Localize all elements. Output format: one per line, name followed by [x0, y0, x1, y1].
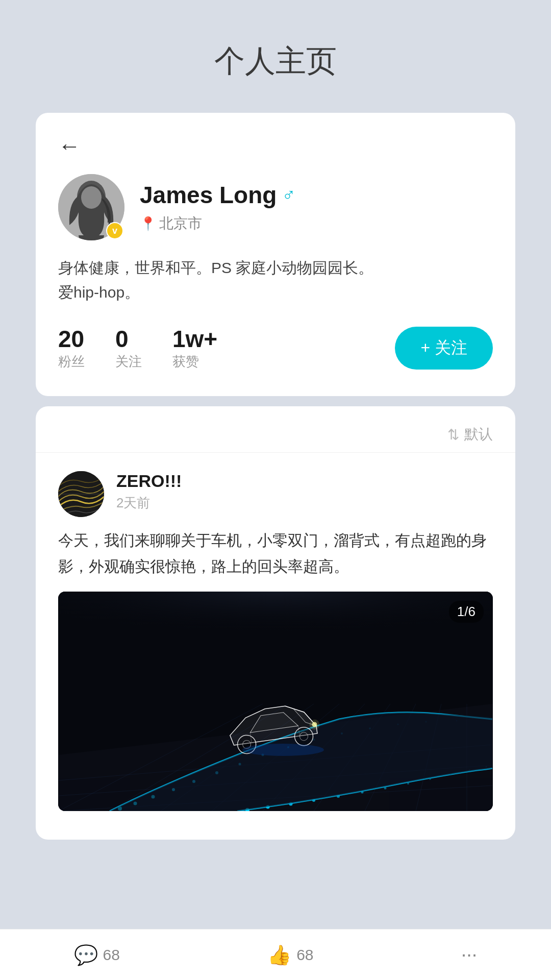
page-title: 个人主页	[214, 41, 337, 82]
sort-bar: ⇅ 默认	[36, 416, 515, 452]
post-meta: ZERO!!! 2天前	[116, 471, 182, 512]
profile-location: 📍 北京市	[140, 214, 295, 233]
post-image[interactable]: 1/6	[58, 592, 493, 811]
stat-likes[interactable]: 1w+ 获赞	[172, 325, 217, 371]
profile-name: James Long ♂	[140, 181, 295, 209]
car-scene-svg	[58, 592, 493, 811]
svg-point-41	[429, 778, 431, 780]
following-count: 0	[115, 325, 129, 353]
image-counter: 1/6	[449, 601, 484, 623]
profile-bio: 身体健康，世界和平。PS 家庭小动物园园长。 爱hip-hop。	[58, 256, 493, 305]
profile-card: ← v	[36, 113, 515, 396]
verified-badge: v	[106, 222, 123, 239]
post-username[interactable]: ZERO!!!	[116, 471, 182, 491]
svg-point-39	[384, 787, 387, 790]
likes-count: 1w+	[172, 325, 217, 353]
bio-line2: 爱hip-hop。	[58, 284, 140, 301]
stat-following[interactable]: 0 关注	[115, 325, 142, 371]
post-avatar-image	[58, 471, 104, 517]
profile-header: v James Long ♂ 📍 北京市	[58, 174, 493, 240]
like-count: 68	[296, 946, 313, 964]
location-text: 北京市	[159, 214, 202, 233]
following-label: 关注	[115, 353, 142, 371]
stat-fans[interactable]: 20 粉丝	[58, 325, 85, 371]
more-icon: ···	[461, 944, 478, 966]
fans-label: 粉丝	[58, 353, 85, 371]
svg-point-53	[242, 744, 324, 756]
svg-point-40	[407, 782, 409, 785]
svg-point-2	[81, 186, 102, 209]
feed-section: ⇅ 默认	[36, 406, 515, 840]
svg-point-38	[361, 791, 364, 794]
back-button[interactable]: ←	[58, 133, 81, 159]
post-item: ZERO!!! 2天前 今天，我们来聊聊关于车机，小零双门，溜背式，有点超跑的身…	[36, 453, 515, 829]
follow-button[interactable]: + 关注	[395, 327, 493, 370]
likes-label: 获赞	[172, 353, 199, 371]
like-action[interactable]: 👍 68	[267, 944, 313, 966]
profile-info: James Long ♂ 📍 北京市	[140, 181, 295, 233]
sort-icon: ⇅	[447, 426, 459, 443]
more-action[interactable]: ···	[461, 944, 478, 966]
svg-rect-54	[59, 592, 492, 653]
post-time: 2天前	[116, 494, 182, 512]
comment-action[interactable]: 💬 68	[74, 944, 120, 966]
fans-count: 20	[58, 325, 84, 353]
bottom-bar: 💬 68 👍 68 ···	[0, 929, 551, 980]
post-header: ZERO!!! 2天前	[58, 471, 493, 517]
post-avatar[interactable]	[58, 471, 104, 517]
car-scene: 1/6	[58, 592, 493, 811]
stats-follow-row: 20 粉丝 0 关注 1w+ 获赞 + 关注	[58, 325, 493, 371]
comment-count: 68	[103, 946, 120, 964]
sort-label[interactable]: 默认	[464, 425, 493, 444]
comment-icon: 💬	[74, 944, 98, 966]
gender-icon: ♂	[282, 184, 295, 206]
bio-line1: 身体健康，世界和平。PS 家庭小动物园园长。	[58, 259, 373, 276]
post-text: 今天，我们来聊聊关于车机，小零双门，溜背式，有点超跑的身影，外观确实很惊艳，路上…	[58, 527, 493, 579]
like-icon: 👍	[267, 944, 291, 966]
name-text: James Long	[140, 181, 277, 209]
location-pin-icon: 📍	[140, 216, 156, 232]
avatar-wrap: v	[58, 174, 124, 240]
